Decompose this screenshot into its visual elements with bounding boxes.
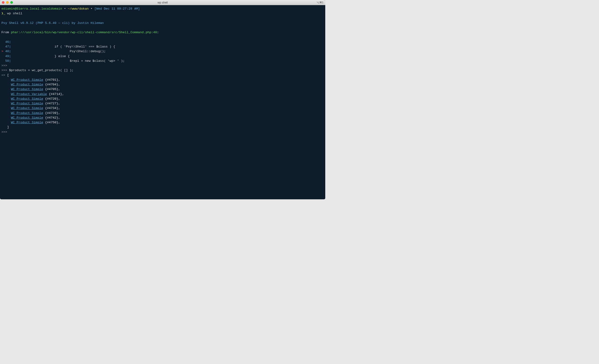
- source-line: > 48| Psy\Shell::debug();: [1, 49, 324, 54]
- product-entry: WC_Product_Simple {#4750},: [1, 120, 324, 125]
- product-class: WC_Product_Simple: [11, 97, 43, 101]
- timestamp: [Wed Dec 11 09:27:28 AM]: [94, 7, 140, 10]
- product-entry: WC_Product_Simple {#4704},: [1, 82, 324, 87]
- repl-command-line: >>> $products = wc_get_products( [] );: [1, 68, 324, 73]
- product-id: {#4714},: [47, 93, 64, 96]
- line-pipe: |: [9, 54, 11, 58]
- terminal-content[interactable]: ediamin@Sierra.local.localdomain • ~/www…: [0, 5, 325, 199]
- user-host: ediamin@Sierra.local.localdomain: [1, 7, 62, 10]
- product-id: {#4701},: [43, 78, 60, 82]
- line-number: 50: [5, 59, 9, 63]
- line-marker: [1, 54, 5, 58]
- repl-command: $products = wc_get_products( [] );: [7, 68, 73, 72]
- product-entry: WC_Product_Variable {#4714},: [1, 92, 324, 97]
- product-class: WC_Product_Simple: [11, 111, 43, 115]
- product-entry: WC_Product_Simple {#4705},: [1, 87, 324, 92]
- line-number: 46: [5, 40, 9, 44]
- products-list: WC_Product_Simple {#4701}, WC_Product_Si…: [1, 78, 324, 125]
- blank-line: [1, 16, 324, 21]
- product-entry: WC_Product_Simple {#4734},: [1, 106, 324, 111]
- line-marker: [1, 59, 5, 63]
- source-code-block: 46| 47| if ( 'Psy\\Shell' === $class ) {…: [1, 40, 324, 63]
- line-marker: [1, 45, 5, 48]
- command-line: ❯_ wp shell: [1, 11, 324, 16]
- cwd-path: ~/www/dokan: [68, 7, 89, 10]
- from-label: From: [1, 31, 11, 34]
- product-entry: WC_Product_Simple {#4742},: [1, 116, 324, 120]
- line-number: 48: [5, 50, 9, 53]
- close-button[interactable]: [2, 1, 4, 4]
- product-class: WC_Product_Variable: [11, 93, 47, 96]
- product-id: {#4705},: [43, 87, 60, 91]
- phar-path: phar:///usr/local/bin/wp/vendor/wp-cli/s…: [11, 31, 157, 34]
- prompt-arrow-icon: ❯: [1, 12, 3, 15]
- result-close: ]: [1, 125, 324, 130]
- entered-command: wp shell: [5, 12, 22, 15]
- line-number: 47: [5, 45, 9, 48]
- product-class: WC_Product_Simple: [11, 78, 43, 82]
- terminal-window: wp shell ⌥⌘1 ediamin@Sierra.local.locald…: [0, 0, 325, 199]
- source-code: } else {: [11, 54, 70, 58]
- product-id: {#4734},: [43, 106, 60, 110]
- product-class: WC_Product_Simple: [11, 87, 43, 91]
- source-code: $repl = new $class( 'wp> ' );: [11, 59, 125, 63]
- repl-prompt: >>>: [1, 130, 324, 135]
- source-line: 47| if ( 'Psy\\Shell' === $class ) {: [1, 44, 324, 49]
- product-class: WC_Product_Simple: [11, 83, 43, 86]
- line-marker: >: [1, 50, 5, 53]
- product-id: {#4742},: [43, 116, 60, 119]
- source-line: 49| } else {: [1, 54, 324, 59]
- product-id: {#4727},: [43, 102, 60, 105]
- line-pipe: |: [9, 50, 11, 53]
- source-code: Psy\Shell::debug();: [11, 50, 106, 53]
- product-entry: WC_Product_Simple {#4739},: [1, 111, 324, 116]
- product-class: WC_Product_Simple: [11, 102, 43, 105]
- product-id: {#4739},: [43, 111, 60, 115]
- product-class: WC_Product_Simple: [11, 121, 43, 124]
- blank-line: [1, 35, 324, 40]
- from-line: From phar:///usr/local/bin/wp/vendor/wp-…: [1, 30, 324, 35]
- psy-shell-banner: Psy Shell v0.9.12 (PHP 5.6.40 — cli) by …: [1, 21, 324, 25]
- line-pipe: |: [9, 40, 11, 44]
- maximize-button[interactable]: [10, 1, 13, 4]
- prompt-line: ediamin@Sierra.local.localdomain • ~/www…: [1, 7, 324, 11]
- product-class: WC_Product_Simple: [11, 116, 43, 119]
- blank-line: [1, 25, 324, 30]
- minimize-button[interactable]: [6, 1, 9, 4]
- source-line: 46|: [1, 40, 324, 44]
- window-titlebar[interactable]: wp shell ⌥⌘1: [0, 0, 325, 5]
- line-marker: [1, 40, 5, 44]
- product-entry: WC_Product_Simple {#4701},: [1, 78, 324, 82]
- result-open: => [: [1, 73, 324, 78]
- product-id: {#4750},: [43, 121, 60, 124]
- line-pipe: |: [9, 59, 11, 63]
- product-entry: WC_Product_Simple {#4727},: [1, 101, 324, 106]
- source-line: 50| $repl = new $class( 'wp> ' );: [1, 59, 324, 63]
- product-id: {#4704},: [43, 83, 60, 86]
- line-number: 49: [5, 54, 9, 58]
- line-pipe: |: [9, 45, 11, 48]
- window-title: wp shell: [158, 1, 168, 4]
- source-code: if ( 'Psy\\Shell' === $class ) {: [11, 45, 115, 48]
- traffic-lights: [2, 1, 13, 4]
- repl-prompt: >>>: [1, 63, 324, 68]
- hotkey-indicator: ⌥⌘1: [316, 1, 323, 4]
- source-code: [11, 40, 13, 44]
- product-entry: WC_Product_Simple {#4720},: [1, 97, 324, 101]
- product-id: {#4720},: [43, 97, 60, 101]
- product-class: WC_Product_Simple: [11, 106, 43, 110]
